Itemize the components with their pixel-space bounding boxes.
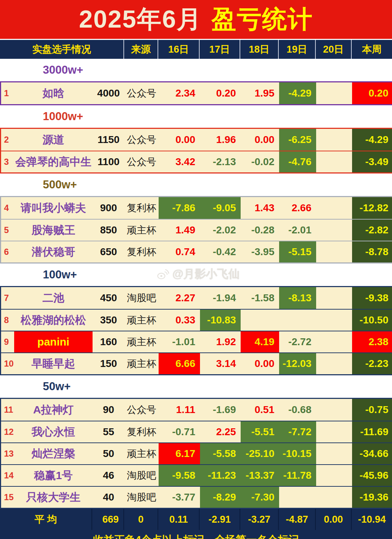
day-value: 3.14 [200, 353, 241, 374]
day-value: -25.10 [241, 443, 279, 464]
player-name: 松雅湖的松松 [14, 310, 93, 331]
day-value: -10.83 [200, 310, 241, 331]
week-value: -2.23 [352, 353, 392, 374]
rank-cell: 11 [1, 399, 14, 421]
day-value: -0.71 [159, 421, 200, 442]
source-cell: 复利杯 [124, 197, 159, 219]
day-value: -1.01 [159, 331, 200, 352]
day-value: 2.66 [279, 197, 316, 219]
day-value: -7.30 [241, 487, 279, 508]
rank-cell: 12 [1, 421, 14, 442]
day-value [316, 197, 352, 219]
source-cell: 顽主杯 [124, 310, 159, 331]
day-value [316, 241, 352, 262]
table-row: 10早睡早起150顽主杯6.663.140.00-12.03-2.23 [1, 352, 391, 374]
day-value: -13.37 [241, 465, 279, 486]
watermark: @月影小飞仙 [156, 266, 240, 282]
day-value: -0.02 [241, 151, 279, 172]
weibo-icon [156, 268, 169, 281]
week-value: -3.49 [352, 151, 392, 172]
day-value [316, 465, 352, 486]
table-row: 12我心永恒55复利杯-0.712.25-5.51-7.72-11.69 [1, 421, 391, 442]
header-col-2: 16日 [158, 40, 199, 59]
day-value: 1.96 [200, 129, 241, 151]
day-value: 1.92 [200, 331, 241, 352]
fund-amount: 650 [93, 241, 124, 262]
week-value: -2.82 [352, 220, 392, 241]
week-value: 0.20 [352, 82, 392, 104]
group-band: 100w+@月影小飞仙 [0, 264, 392, 286]
source-cell: 顽主杯 [124, 331, 159, 352]
header-col-5: 19日 [278, 40, 315, 59]
player-name: 如晗 [14, 82, 93, 104]
day-value [316, 287, 352, 309]
fund-amount: 90 [93, 399, 124, 421]
fund-amount: 850 [93, 220, 124, 241]
day-value [316, 82, 352, 104]
profit-loss-board: 2025年6月 盈亏统计 实盘选手情况来源16日17日18日19日20日本周 3… [0, 0, 392, 539]
group-block-50w+: 11A拉神灯90公众号1.11-1.690.51-0.68-0.7512我心永恒… [0, 398, 392, 509]
rank-cell: 1 [1, 82, 14, 104]
day-value: 1.49 [159, 220, 200, 241]
fund-amount: 1100 [93, 151, 124, 172]
day-value [316, 331, 352, 352]
average-source: 0 [123, 509, 158, 530]
day-value: -6.25 [279, 129, 316, 151]
source-cell: 复利杯 [124, 241, 159, 262]
day-value: 6.66 [159, 353, 200, 374]
day-value: -3.95 [241, 241, 279, 262]
player-name: 源道 [14, 129, 93, 151]
day-value: -2.01 [279, 220, 316, 241]
group-label: 50w+ [0, 380, 71, 393]
day-value: -5.51 [241, 421, 279, 442]
day-value: 4.19 [241, 331, 279, 352]
rank-cell: 13 [1, 443, 14, 464]
table-row: 5股海贼王850顽主杯1.49-2.02-0.28-2.01-2.82 [1, 219, 391, 241]
day-value [316, 129, 352, 151]
group-band: 3000w+ [0, 59, 392, 81]
table-row: 7二池450淘股吧2.27-1.94-1.58-8.13-9.38 [1, 287, 391, 309]
day-value: 6.17 [159, 443, 200, 464]
player-name: 二池 [14, 287, 93, 309]
fund-amount: 55 [93, 421, 124, 442]
fund-amount: 4000 [93, 82, 124, 104]
fund-amount: 1150 [93, 129, 124, 151]
title-period: 2025年6月 [79, 3, 202, 36]
footer-note-text: 收益正负4个点以上标记，全场第一名会标记 [93, 533, 299, 539]
day-value: 0.20 [200, 82, 241, 104]
day-value: -5.58 [200, 443, 241, 464]
player-name: 我心永恒 [14, 421, 93, 442]
group-label: 1000w+ [0, 110, 83, 123]
fund-amount: 160 [93, 331, 124, 352]
table-row: 3会弹琴的高中生1100公众号3.42-2.13-0.02-4.76-3.49 [1, 151, 391, 172]
rank-cell: 14 [1, 465, 14, 486]
source-cell: 公众号 [124, 399, 159, 421]
source-cell: 顽主杯 [124, 353, 159, 374]
fund-amount: 350 [93, 310, 124, 331]
day-value: -7.72 [279, 421, 316, 442]
week-value: -12.82 [352, 197, 392, 219]
day-value: -0.68 [279, 399, 316, 421]
source-cell: 顽主杯 [124, 220, 159, 241]
rank-cell: 8 [1, 310, 14, 331]
day-value [316, 220, 352, 241]
player-name: 稳赢1号 [14, 465, 93, 486]
table-row: 15只核大学生40淘股吧-3.77-8.29-7.30-19.36 [1, 486, 391, 508]
source-cell: 淘股吧 [124, 287, 159, 309]
rank-cell: 7 [1, 287, 14, 309]
day-value: -3.77 [159, 487, 200, 508]
day-value [279, 487, 316, 508]
player-name: 只核大学生 [14, 487, 93, 508]
header-col-1: 来源 [123, 40, 158, 59]
day-value: -10.15 [279, 443, 316, 464]
header-col-3: 17日 [199, 40, 240, 59]
week-value: -19.36 [352, 487, 392, 508]
day-value: 1.43 [241, 197, 279, 219]
day-value: 2.25 [200, 421, 241, 442]
day-value: -12.03 [279, 353, 316, 374]
day-value: 1.95 [241, 82, 279, 104]
table-row: 13灿烂涅槃50顽主杯6.17-5.58-25.10-10.15-34.66 [1, 442, 391, 464]
week-value: -4.29 [352, 129, 392, 151]
week-value: -45.96 [352, 465, 392, 486]
day-value: -1.58 [241, 287, 279, 309]
